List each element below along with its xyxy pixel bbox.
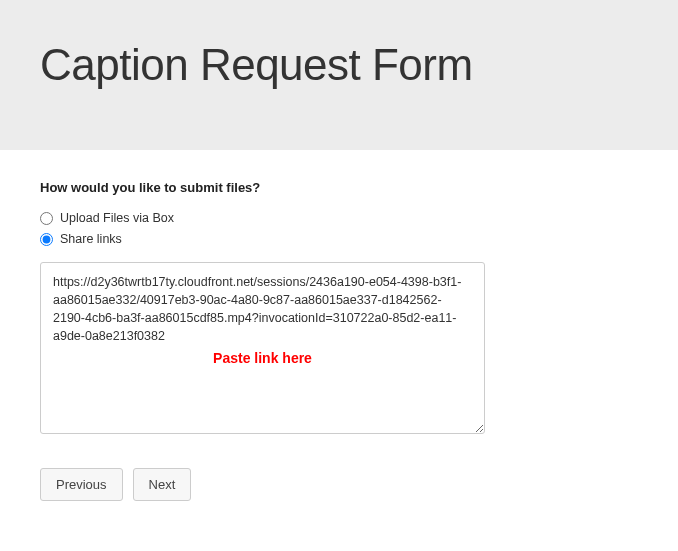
link-textarea[interactable] bbox=[40, 262, 485, 434]
form-content: How would you like to submit files? Uplo… bbox=[0, 150, 678, 521]
radio-upload-input[interactable] bbox=[40, 212, 53, 225]
nav-button-row: Previous Next bbox=[40, 468, 638, 501]
radio-upload-label: Upload Files via Box bbox=[60, 211, 174, 225]
radio-share-label: Share links bbox=[60, 232, 122, 246]
question-label: How would you like to submit files? bbox=[40, 180, 638, 195]
page-title: Caption Request Form bbox=[40, 40, 638, 90]
radio-option-upload[interactable]: Upload Files via Box bbox=[40, 211, 638, 225]
next-button[interactable]: Next bbox=[133, 468, 192, 501]
form-header: Caption Request Form bbox=[0, 0, 678, 150]
radio-share-input[interactable] bbox=[40, 233, 53, 246]
link-textarea-container: Paste link here bbox=[40, 262, 485, 438]
submit-method-group: Upload Files via Box Share links bbox=[40, 211, 638, 246]
radio-option-share[interactable]: Share links bbox=[40, 232, 638, 246]
previous-button[interactable]: Previous bbox=[40, 468, 123, 501]
